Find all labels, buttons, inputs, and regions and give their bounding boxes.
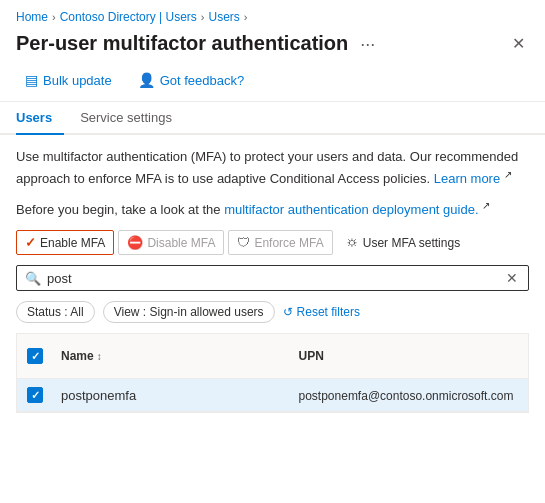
search-clear-button[interactable]: ✕ — [504, 270, 520, 286]
row-name: postponemfa — [61, 388, 136, 403]
deployment-guide-link2[interactable]: multifactor authentication deployment gu… — [224, 203, 478, 218]
page-title: Per-user multifactor authentication — [16, 32, 348, 55]
enforce-mfa-label: Enforce MFA — [254, 236, 323, 250]
more-options-button[interactable]: ··· — [356, 33, 379, 55]
bulk-update-icon: ▤ — [25, 72, 38, 88]
upn-column-label: UPN — [299, 349, 324, 363]
deployment-ext-icon: ↗ — [482, 200, 490, 211]
user-settings-gear-icon: ⛭ — [346, 235, 359, 250]
table-header: ✓ Name ↕ UPN — [17, 334, 528, 379]
status-filter-button[interactable]: Status : All — [16, 301, 95, 323]
table-header-name[interactable]: Name ↕ — [53, 340, 291, 372]
breadcrumb-directory[interactable]: Contoso Directory | Users — [60, 10, 197, 24]
tab-service-settings[interactable]: Service settings — [80, 102, 184, 135]
table-row: ✓ postponemfa postponemfa@contoso.onmicr… — [17, 379, 528, 412]
disable-shield-icon: ⛔ — [127, 235, 143, 250]
enable-mfa-button[interactable]: ✓ Enable MFA — [16, 230, 114, 255]
tabs-bar: Users Service settings — [0, 102, 545, 135]
breadcrumb-sep-1: › — [52, 11, 56, 23]
bulk-update-button[interactable]: ▤ Bulk update — [16, 67, 121, 93]
bulk-update-label: Bulk update — [43, 73, 112, 88]
toolbar: ▤ Bulk update 👤 Got feedback? — [0, 63, 545, 102]
name-column-label: Name — [61, 349, 94, 363]
feedback-icon: 👤 — [138, 72, 155, 88]
breadcrumb-sep-3: › — [244, 11, 248, 23]
feedback-button[interactable]: 👤 Got feedback? — [129, 67, 254, 93]
page-container: Home › Contoso Directory | Users › Users… — [0, 0, 545, 425]
description-text: Use multifactor authentication (MFA) to … — [16, 147, 529, 188]
row-upn: postponemfa@contoso.onmicrosoft.com — [299, 389, 514, 403]
reset-filter-icon: ↺ — [283, 305, 293, 319]
name-sort-icon: ↕ — [97, 351, 102, 362]
row-name-cell: postponemfa — [53, 380, 291, 411]
close-button[interactable]: ✕ — [508, 32, 529, 55]
enforce-mfa-button[interactable]: 🛡 Enforce MFA — [228, 230, 332, 255]
filter-bar: Status : All View : Sign-in allowed user… — [16, 301, 529, 323]
breadcrumb-current: Users — [209, 10, 240, 24]
content-area: Use multifactor authentication (MFA) to … — [0, 135, 545, 425]
breadcrumb: Home › Contoso Directory | Users › Users… — [0, 0, 545, 28]
enable-mfa-label: Enable MFA — [40, 236, 105, 250]
search-bar: 🔍 ✕ — [16, 265, 529, 291]
enforce-shield-icon: 🛡 — [237, 235, 250, 250]
view-filter-button[interactable]: View : Sign-in allowed users — [103, 301, 275, 323]
learn-more-link[interactable]: Learn more — [434, 171, 500, 186]
user-mfa-settings-button[interactable]: ⛭ User MFA settings — [337, 230, 469, 255]
search-input[interactable] — [47, 271, 504, 286]
desc-before-link: Before you begin, take a look at the — [16, 203, 224, 218]
enable-check-icon: ✓ — [25, 235, 36, 250]
reset-filters-button[interactable]: ↺ Reset filters — [283, 305, 360, 319]
tab-users[interactable]: Users — [16, 102, 64, 135]
description-line2: Before you begin, take a look at the mul… — [16, 198, 529, 220]
user-mfa-settings-label: User MFA settings — [363, 236, 460, 250]
reset-filters-label: Reset filters — [297, 305, 360, 319]
page-header: Per-user multifactor authentication ··· … — [0, 28, 545, 63]
breadcrumb-home[interactable]: Home — [16, 10, 48, 24]
row-upn-cell: postponemfa@contoso.onmicrosoft.com — [291, 380, 529, 411]
users-table: ✓ Name ↕ UPN ✓ postpon — [16, 333, 529, 413]
action-bar: ✓ Enable MFA ⛔ Disable MFA 🛡 Enforce MFA… — [16, 230, 529, 255]
table-header-checkbox-cell: ✓ — [17, 340, 53, 372]
disable-mfa-label: Disable MFA — [147, 236, 215, 250]
header-left: Per-user multifactor authentication ··· — [16, 32, 379, 55]
row-checkbox[interactable]: ✓ — [27, 387, 43, 403]
search-icon: 🔍 — [25, 271, 41, 286]
breadcrumb-sep-2: › — [201, 11, 205, 23]
feedback-label: Got feedback? — [160, 73, 245, 88]
disable-mfa-button[interactable]: ⛔ Disable MFA — [118, 230, 224, 255]
row-checkbox-cell: ✓ — [17, 379, 53, 411]
table-header-upn: UPN — [291, 340, 529, 372]
learn-more-ext-icon: ↗ — [504, 169, 512, 180]
header-checkbox[interactable]: ✓ — [27, 348, 43, 364]
